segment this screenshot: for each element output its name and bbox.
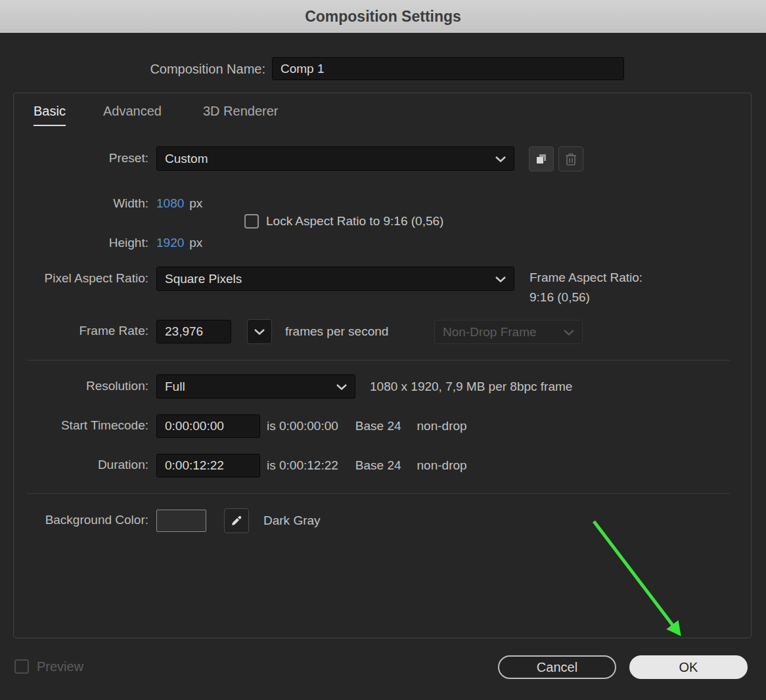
frame-rate-dropdown-button[interactable] — [247, 319, 272, 344]
resolution-value: Full — [165, 380, 330, 394]
cancel-button[interactable]: Cancel — [498, 655, 616, 679]
width-label: Width: — [14, 192, 148, 215]
preview-label: Preview — [37, 659, 83, 675]
start-timecode-input[interactable] — [156, 414, 260, 438]
drop-frame-value: Non-Drop Frame — [443, 325, 557, 339]
duration-is: is 0:00:12:22 — [267, 458, 338, 472]
settings-panel: Basic Advanced 3D Renderer Preset: Custo… — [13, 93, 752, 638]
background-color-label: Background Color: — [14, 508, 148, 532]
preset-label: Preset: — [14, 146, 148, 170]
frame-rate-label: Frame Rate: — [14, 319, 148, 343]
ok-button[interactable]: OK — [629, 655, 748, 679]
tab-advanced[interactable]: Advanced — [103, 104, 162, 125]
background-color-name: Dark Gray — [263, 508, 321, 533]
height-label: Height: — [14, 231, 148, 255]
eyedropper-icon — [230, 514, 243, 527]
frame-aspect-ratio-label: Frame Aspect Ratio: — [529, 268, 642, 288]
dialog-title-bar: Composition Settings — [0, 0, 766, 33]
lock-aspect-ratio-checkbox[interactable] — [244, 214, 259, 229]
preset-value: Custom — [165, 152, 489, 166]
duration-label: Duration: — [14, 453, 148, 477]
divider — [27, 360, 730, 361]
resolution-label: Resolution: — [14, 374, 148, 398]
width-value[interactable]: 1080px — [156, 192, 202, 215]
chevron-down-icon — [254, 328, 265, 335]
resolution-select[interactable]: Full — [156, 374, 355, 399]
chevron-down-icon — [336, 383, 347, 390]
pixel-aspect-ratio-select[interactable]: Square Pixels — [156, 267, 514, 291]
composition-name-label: Composition Name: — [0, 58, 265, 80]
start-timecode-info: is 0:00:00:00Base 24non-drop — [267, 414, 467, 439]
chevron-down-icon — [495, 156, 506, 162]
height-number[interactable]: 1920 — [156, 236, 184, 250]
pixel-aspect-ratio-label: Pixel Aspect Ratio: — [14, 267, 148, 290]
frame-aspect-ratio: Frame Aspect Ratio: 9:16 (0,56) — [529, 268, 642, 307]
width-unit: px — [189, 196, 202, 210]
pixel-aspect-ratio-value: Square Pixels — [165, 272, 489, 286]
width-number[interactable]: 1080 — [156, 196, 184, 210]
dialog-title: Composition Settings — [305, 8, 461, 26]
resolution-info: 1080 x 1920, 7,9 MB per 8bpc frame — [370, 374, 572, 399]
tab-basic[interactable]: Basic — [34, 104, 66, 126]
duration-base: Base 24 — [355, 458, 401, 472]
duration-drop: non-drop — [417, 458, 467, 472]
duration-input[interactable] — [156, 454, 260, 477]
eyedropper-button[interactable] — [224, 508, 249, 533]
height-value[interactable]: 1920px — [156, 231, 202, 255]
chevron-down-icon — [495, 276, 506, 282]
preset-select[interactable]: Custom — [156, 146, 514, 171]
frame-aspect-ratio-value: 9:16 (0,56) — [529, 288, 642, 307]
save-preset-button[interactable] — [529, 146, 554, 171]
preview-checkbox[interactable] — [14, 659, 29, 674]
divider — [27, 493, 730, 494]
drop-frame-select[interactable]: Non-Drop Frame — [434, 320, 583, 344]
chevron-down-icon — [564, 329, 574, 336]
frame-rate-suffix: frames per second — [285, 319, 388, 344]
save-preset-icon — [535, 152, 548, 165]
start-timecode-label: Start Timecode: — [14, 414, 148, 437]
delete-preset-button[interactable] — [558, 146, 583, 171]
start-timecode-drop: non-drop — [417, 419, 467, 433]
trash-icon — [564, 152, 577, 166]
tab-3d-renderer[interactable]: 3D Renderer — [203, 104, 279, 125]
background-color-swatch[interactable] — [156, 510, 206, 532]
duration-info: is 0:00:12:22Base 24non-drop — [267, 453, 467, 478]
lock-aspect-ratio-label: Lock Aspect Ratio to 9:16 (0,56) — [266, 212, 443, 230]
composition-name-input[interactable] — [272, 57, 624, 80]
frame-rate-input[interactable] — [156, 320, 231, 343]
start-timecode-is: is 0:00:00:00 — [267, 419, 338, 433]
height-unit: px — [189, 236, 202, 250]
start-timecode-base: Base 24 — [355, 419, 401, 433]
